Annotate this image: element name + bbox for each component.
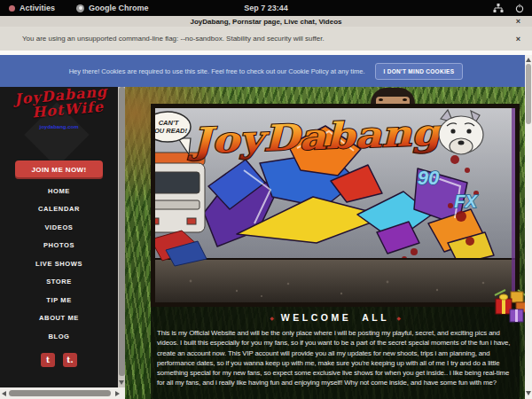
page-vertical-scrollbar[interactable] xyxy=(525,55,532,399)
activities-dot-icon xyxy=(9,5,15,12)
scroll-down-icon[interactable] xyxy=(526,391,531,395)
system-bar: Activities Google Chrome Sep 7 23:44 xyxy=(0,0,532,16)
peeking-person-graphic xyxy=(371,88,415,104)
sidebar-horizontal-scrollbar[interactable] xyxy=(0,387,125,399)
page-scrollbar-thumb[interactable] xyxy=(526,64,531,124)
sidebar-item-blog[interactable]: BLOG xyxy=(0,327,118,346)
join-me-now-button[interactable]: JOIN ME NOW! xyxy=(15,160,103,179)
warning-close-icon[interactable]: × xyxy=(516,27,520,51)
diamond-marker-icon: ◆ xyxy=(270,315,274,321)
graffiti-tag-1: 90 xyxy=(418,167,440,189)
twitter-icon[interactable]: t xyxy=(41,353,55,367)
app-menu-label: Google Chrome xyxy=(89,4,149,12)
webpage-background: JoyDabang HotWife joydabang.com JOIN ME … xyxy=(0,87,532,399)
sidebar-vertical-scrollbar[interactable] xyxy=(118,87,125,387)
scroll-left-icon[interactable] xyxy=(2,391,6,396)
activities-button[interactable]: Activities xyxy=(9,4,55,12)
sidebar-vertical-scrollbar-thumb[interactable] xyxy=(119,87,125,376)
graffiti-mural: JoyDabang CAN'T YOU READ! xyxy=(155,108,515,302)
sidebar-nav: HOME CALENDAR VIDEOS PHOTOS LIVE SHOWS S… xyxy=(0,182,118,346)
window-title-bar: JoyDabang, Pornstar page, Live chat, Vid… xyxy=(0,16,532,27)
scroll-right-icon[interactable] xyxy=(115,391,120,396)
scroll-down-icon[interactable] xyxy=(119,380,124,385)
app-menu-button[interactable]: Google Chrome xyxy=(76,4,149,12)
graffiti-tag-2: FX xyxy=(454,192,478,211)
chrome-logo-icon xyxy=(76,4,84,12)
peek-eye xyxy=(379,98,383,101)
welcome-heading-text: WELCOME ALL xyxy=(281,312,389,323)
sidebar-item-live-shows[interactable]: LIVE SHOWS xyxy=(0,254,118,273)
svg-text:CAN'T: CAN'T xyxy=(159,119,180,127)
sidebar-item-photos[interactable]: PHOTOS xyxy=(0,237,118,255)
sidebar-item-home[interactable]: HOME xyxy=(0,182,118,200)
peek-eye xyxy=(403,98,407,101)
cookie-message: Hey there! Cookies are required to use t… xyxy=(69,67,365,75)
site-logo[interactable]: JoyDabang HotWife joydabang.com xyxy=(0,87,118,158)
hero-banner-image: JoyDabang CAN'T YOU READ! xyxy=(151,104,520,307)
warning-message: You are using an unsupported command-lin… xyxy=(22,35,325,43)
bulldog-icon xyxy=(439,110,483,154)
warning-infobar: You are using an unsupported command-lin… xyxy=(0,27,532,51)
sidebar: JoyDabang HotWife joydabang.com JOIN ME … xyxy=(0,87,118,387)
truck-graphic xyxy=(155,153,205,232)
gift-boxes-graphic xyxy=(493,288,528,329)
sidebar-item-calendar[interactable]: CALENDAR xyxy=(0,200,118,219)
welcome-paragraph: This is my Official Website and will be … xyxy=(157,328,513,388)
diamond-marker-icon: ◆ xyxy=(396,315,401,321)
logo-link[interactable]: joydabang.com xyxy=(0,124,118,129)
screen: Activities Google Chrome Sep 7 23:44 Joy… xyxy=(0,0,532,399)
power-icon[interactable] xyxy=(515,4,524,13)
scroll-up-icon[interactable] xyxy=(526,58,531,62)
welcome-heading: ◆ WELCOME ALL ◆ xyxy=(151,312,520,323)
activities-label: Activities xyxy=(20,4,55,12)
cookie-accept-button[interactable]: I DON'T MIND COOKIES xyxy=(375,63,464,80)
sidebar-item-about-me[interactable]: ABOUT ME xyxy=(0,309,118,328)
network-icon[interactable] xyxy=(493,4,504,13)
sidebar-horizontal-scrollbar-thumb[interactable] xyxy=(9,390,111,396)
svg-text:YOU READ!: YOU READ! xyxy=(155,127,188,135)
tab-close-icon[interactable]: × xyxy=(516,16,520,27)
sidebar-item-store[interactable]: STORE xyxy=(0,273,118,292)
sidebar-item-tip-me[interactable]: TIP ME xyxy=(0,291,118,309)
window-title: JoyDabang, Pornstar page, Live chat, Vid… xyxy=(190,18,341,26)
sidebar-item-videos[interactable]: VIDEOS xyxy=(0,218,118,237)
welcome-section: ◆ WELCOME ALL ◆ This is my Official Webs… xyxy=(151,307,520,399)
social-links: t t. xyxy=(0,353,118,367)
tumblr-icon[interactable]: t. xyxy=(63,353,77,367)
cookie-bar: Hey there! Cookies are required to use t… xyxy=(0,55,532,87)
